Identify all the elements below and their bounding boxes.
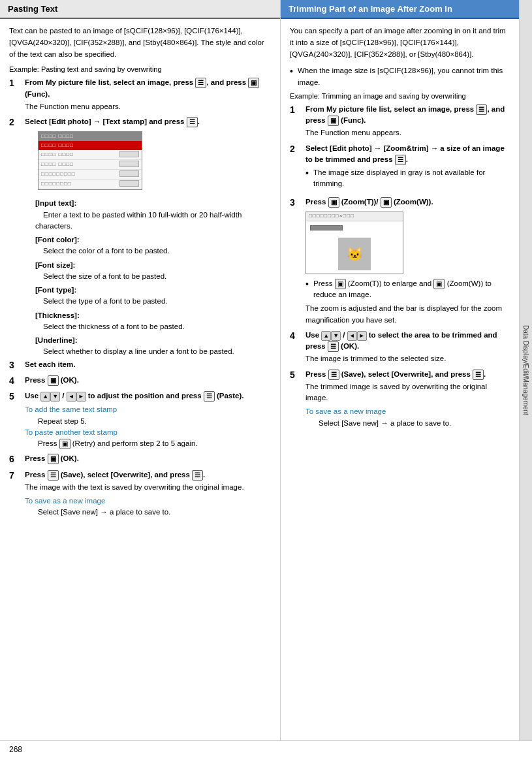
ui-mockup-selected-row: □□□□ □□□□ <box>39 141 142 150</box>
right-step-4: 4 Use ▲▼ / ◄► to select the area to be t… <box>290 330 510 365</box>
zoom-cat-image: 🐱 <box>338 238 371 270</box>
right-step-4-key: ☰ <box>328 341 339 352</box>
step-number-1: 1 <box>9 77 22 89</box>
right-step-3-key1: ▣ <box>328 197 339 208</box>
step-5-links: To add the same text stamp Repeat step 5… <box>25 404 271 449</box>
step-2-key: ☰ <box>187 117 198 127</box>
field-input-text-label: [Input text]: <box>35 199 76 207</box>
right-step-3: 3 Press ▣ (Zoom(T))/ ▣ (Zoom(W)). □□□□□□… <box>290 197 510 326</box>
ui-mockup-row-4-label: □□□□□□□□ <box>41 180 72 188</box>
right-step-3-note-icon: • <box>305 278 313 301</box>
zoom-mockup: □□□□□□□□×□□□ 🐱 <box>305 212 403 274</box>
step-number-2: 2 <box>9 116 22 128</box>
right-step-content-2: Select [Edit photo] → [Zoom&trim] → a si… <box>305 143 510 193</box>
left-step-1: 1 From My picture file list, select an i… <box>9 77 271 112</box>
left-key: ◄ <box>67 392 76 402</box>
ui-mockup-row-1-label: □□□□ □□□□ <box>41 151 74 159</box>
step-content-2: Select [Edit photo] → [Text stamp] and p… <box>25 116 271 194</box>
left-step-6: 6 Press ▣ (OK). <box>9 453 271 465</box>
ui-mockup-row-2-label: □□□□ □□□□ <box>41 161 74 168</box>
step-7-key2: ☰ <box>192 470 203 481</box>
right-bullet-1: • When the image size is [sQCIF(128×96)]… <box>290 65 510 88</box>
ui-mockup-row-1: □□□□ □□□□ <box>39 150 142 160</box>
step-5-link-1-label: To add the same text stamp <box>25 404 271 415</box>
field-font-size: [Font size]: Select the size of a font t… <box>35 260 271 283</box>
left-step-3: 3 Set each item. <box>9 359 271 371</box>
right-key: ► <box>76 392 86 402</box>
right-step-3-note-content: Press ▣ (Zoom(T)) to enlarge and ▣ (Zoom… <box>313 278 510 301</box>
right-step-4-text: Use ▲▼ / ◄► to select the area to be tri… <box>305 331 497 350</box>
right-step-2-bullet-content: The image size displayed in gray is not … <box>313 167 510 190</box>
right-step-3-text: Press ▣ (Zoom(T))/ ▣ (Zoom(W)). <box>305 198 433 206</box>
step-number-4: 4 <box>9 375 22 387</box>
down-key: ▼ <box>50 392 60 402</box>
field-font-type-value: Select the type of a font to be pasted. <box>43 297 168 305</box>
left-intro-text: Text can be pasted to an image of [sQCIF… <box>9 25 271 60</box>
step-1-key2: ▣ <box>248 78 259 88</box>
step-number-6: 6 <box>9 453 22 465</box>
field-thickness-label: [Thickness]: <box>35 311 80 319</box>
r-down-key: ▼ <box>331 331 341 341</box>
r-up-key: ▲ <box>321 331 331 341</box>
step-content-1: From My picture file list, select an ima… <box>25 77 271 112</box>
zoom-w-key: ▣ <box>433 279 445 289</box>
right-step-content-1: From My picture file list, select an ima… <box>305 104 510 139</box>
page-number: 268 <box>9 745 22 754</box>
right-step-number-1: 1 <box>290 104 303 116</box>
right-step-1-key1: ☰ <box>476 104 487 115</box>
field-font-size-value: Select the size of a font to be pasted. <box>43 272 166 280</box>
step-5-link-1-desc: Repeat step 5. <box>38 416 271 427</box>
right-example-label: Example: Trimming an image and saving by… <box>290 92 510 100</box>
left-step-4: 4 Press ▣ (OK). <box>9 375 271 387</box>
ui-mockup-row-1-control <box>119 151 139 157</box>
step-number-3: 3 <box>9 359 22 371</box>
right-step-3-note: • Press ▣ (Zoom(T)) to enlarge and ▣ (Zo… <box>305 278 510 301</box>
right-panel-header: Trimming Part of an Image After Zoom In <box>281 0 519 19</box>
step-5-key: ☰ <box>204 391 215 402</box>
field-input-text: [Input text]: Enter a text to be pasted … <box>35 198 271 232</box>
step-number-7: 7 <box>9 469 22 481</box>
right-step-2-bullet: • The image size displayed in gray is no… <box>305 167 510 190</box>
right-step-content-4: Use ▲▼ / ◄► to select the area to be tri… <box>305 330 510 365</box>
zoom-mockup-header: □□□□□□□□×□□□ <box>306 212 403 221</box>
step-content-7: Press ☰ (Save), select [Overwrite], and … <box>25 469 271 518</box>
step-7-key1: ☰ <box>48 470 59 481</box>
step-5-retry-key: ▣ <box>59 439 70 449</box>
step-content-3: Set each item. <box>25 359 271 370</box>
field-font-type: [Font type]: Select the type of a font t… <box>35 285 271 308</box>
ui-mockup-row-2: □□□□ □□□□ <box>39 160 142 170</box>
r-right-key: ► <box>357 331 367 341</box>
step-7-link-desc: Select [Save new] → a place to save to. <box>38 507 271 518</box>
right-step-number-2: 2 <box>290 143 303 155</box>
field-underline-label: [Underline]: <box>35 336 78 344</box>
right-step-3-key2: ▣ <box>381 197 392 208</box>
right-step-2-key: ☰ <box>395 155 406 165</box>
step-4-key: ▣ <box>48 375 59 386</box>
ui-mockup: □□□□ □□□□ □□□□ □□□□ □□□□ □□□□ □□□□ □□□□ <box>38 131 142 190</box>
step-4-text: Press ▣ (OK). <box>25 376 79 384</box>
step-1-key1: ☰ <box>195 78 206 88</box>
right-step-content-3: Press ▣ (Zoom(T))/ ▣ (Zoom(W)). □□□□□□□□… <box>305 197 510 326</box>
step-7-sub: The image with the text is saved by over… <box>25 482 271 493</box>
left-example-label: Example: Pasting text and saving by over… <box>9 65 271 73</box>
field-font-color: [Font color]: Select the color of a font… <box>35 234 271 257</box>
right-step-number-3: 3 <box>290 197 303 208</box>
field-thickness: [Thickness]: Select the thickness of a f… <box>35 310 271 333</box>
right-sidebar: Data Display/Edit/Management <box>519 0 532 740</box>
right-bullet-1-content: When the image size is [sQCIF(128×96)], … <box>298 65 510 88</box>
step-1-text: From My picture file list, select an ima… <box>25 78 259 97</box>
right-step-1: 1 From My picture file list, select an i… <box>290 104 510 139</box>
step-content-5: Use ▲▼ / ◄► to adjust the position and p… <box>25 390 271 449</box>
step-7-link: To save as a new image Select [Save new]… <box>25 496 271 518</box>
right-step-5-link-desc: Select [Save new] → a place to save to. <box>319 418 510 429</box>
right-step-5-link-label: To save as a new image <box>305 406 510 417</box>
ui-mockup-header-text: □□□□ □□□□ <box>41 133 74 140</box>
step-6-key: ▣ <box>48 454 59 464</box>
field-font-color-label: [Font color]: <box>35 236 80 244</box>
right-step-2-text: Select [Edit photo] → [Zoom&trim] → a si… <box>305 144 505 163</box>
step-5-link-2-label: To paste another text stamp <box>25 427 271 438</box>
step-content-4: Press ▣ (OK). <box>25 375 271 386</box>
right-step-1-key2: ▣ <box>328 116 339 126</box>
right-intro-text: You can specify a part of an image after… <box>290 25 510 60</box>
right-step-content-5: Press ☰ (Save), select [Overwrite], and … <box>305 369 510 429</box>
